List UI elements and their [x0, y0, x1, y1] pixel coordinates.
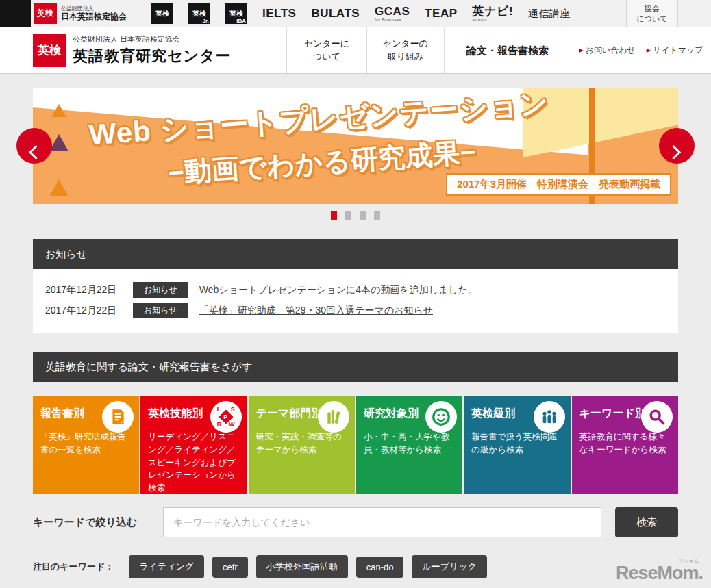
chevron-left-icon: [29, 145, 43, 159]
news-date: 2017年12月22日: [45, 284, 122, 296]
eiken-service-link[interactable]: 英検: [151, 3, 173, 24]
correspondence-course-link[interactable]: 通信講座: [528, 8, 571, 18]
category-box-subjects[interactable]: 研究対象別 小・中・高・大学や教員・教材等から検索: [356, 396, 462, 494]
news-category-badge: お知らせ: [133, 303, 188, 318]
eiken-association-home-link[interactable]: 英検 公益財団法人 日本英語検定協会: [34, 3, 127, 24]
keyword-chip[interactable]: 小学校外国語活動: [256, 555, 348, 578]
contact-link[interactable]: ▶お問い合わせ: [579, 44, 635, 56]
featured-keywords-label: 注目のキーワード：: [33, 561, 114, 573]
people-icon: [534, 401, 565, 433]
resemom-watermark: ReseMom. リセマム: [616, 563, 703, 584]
search-section-heading: 英語教育に関する論文・研究報告書をさがす: [33, 352, 678, 382]
service-logo-row: 英検 英検Jr. 英検IBA IELTS BULATS GCASfor Busi…: [151, 3, 571, 24]
keyword-chip[interactable]: ルーブリック: [412, 555, 487, 578]
eiken-logo: 英検: [33, 34, 66, 67]
nav-about-center[interactable]: センターに ついて: [286, 27, 366, 73]
decor-triangle: [49, 134, 68, 151]
center-home-link[interactable]: 英検 公益財団法人 日本英語検定協会 英語教育研究センター: [33, 27, 232, 73]
iba-badge: IBA: [236, 18, 247, 24]
jr-badge: Jr.: [202, 18, 210, 24]
site-title: 英語教育研究センター: [73, 46, 232, 66]
carousel-next-button[interactable]: [659, 128, 695, 164]
category-box-themes[interactable]: テーマ部門別 研究・実践・調査等のテーマから検索: [249, 396, 355, 494]
keyword-chip[interactable]: can-do: [356, 557, 404, 578]
eiken-jr-service-link[interactable]: 英検Jr.: [188, 3, 210, 24]
resemom-kana-label: リセマム: [679, 558, 699, 565]
ielts-logo-link[interactable]: IELTS: [262, 8, 296, 19]
news-link[interactable]: Webショートプレゼンテーションに4本の動画を追加しました。: [199, 284, 477, 296]
hero-event-badge: 2017年3月開催 特別講演会 発表動画掲載: [446, 173, 671, 196]
eiken-logo: 英検: [34, 3, 57, 24]
smiley-icon: [425, 401, 457, 433]
news-list: 2017年12月22日 お知らせ Webショートプレゼンテーションに4本の動画を…: [33, 269, 678, 333]
org-name-label: 日本英語検定協会: [61, 12, 127, 21]
decor-triangle: [51, 104, 66, 117]
keyword-chip[interactable]: ライティング: [129, 555, 204, 578]
carousel-dot-1[interactable]: [331, 211, 337, 220]
site-header: 英検 公益財団法人 日本英語検定協会 英語教育研究センター センターに ついて …: [0, 27, 711, 74]
magnifier-icon: [641, 401, 673, 433]
nav-report-search[interactable]: 論文・報告書検索: [444, 27, 571, 73]
carousel-dot-3[interactable]: [360, 211, 366, 220]
keyword-filter-label: キーワードで絞り込む: [33, 516, 163, 529]
carousel-dot-4[interactable]: [374, 211, 380, 220]
top-utility-bar: 英検 公益財団法人 日本英語検定協会 英検 英検Jr. 英検IBA IELTS …: [0, 0, 711, 27]
category-box-keywords[interactable]: キーワード別 英語教育に関する様々なキーワードから検索: [572, 396, 678, 494]
hero-banner-slide[interactable]: Web ショートプレゼンテーション −動画でわかる研究成果− 2017年3月開催…: [33, 88, 678, 204]
search-button[interactable]: 検索: [615, 507, 678, 537]
category-box-reports[interactable]: 報告書別 「英検」研究助成報告書の一覧を検索: [33, 396, 139, 494]
hero-carousel: Web ショートプレゼンテーション −動画でわかる研究成果− 2017年3月開催…: [33, 88, 678, 204]
eiken-iba-service-link[interactable]: 英検IBA: [225, 3, 247, 24]
news-date: 2017年12月22日: [45, 305, 122, 317]
category-box-grades[interactable]: 英検級別 報告書で扱う英検問題の級から検索: [464, 396, 570, 494]
category-box-skills[interactable]: 英検技能別 L S R W P リーディング／リスニング／ライティング／スピーキ…: [140, 396, 247, 494]
org-label: 公益財団法人 日本英語検定協会: [73, 34, 232, 44]
einavi-logo-link[interactable]: 英ナビ!ei-navi: [473, 5, 513, 22]
news-item: 2017年12月22日 お知らせ Webショートプレゼンテーションに4本の動画を…: [45, 282, 666, 298]
gcas-logo-link[interactable]: GCASfor Business: [375, 5, 410, 22]
about-association-link[interactable]: 協会 について: [626, 0, 678, 27]
triangle-bullet-icon: ▶: [647, 47, 651, 53]
top-bar-left-cap: [0, 0, 31, 27]
main-nav: センターに ついて センターの 取り組み 論文・報告書検索 ▶お問い合わせ ▶サ…: [286, 27, 711, 73]
keyword-filter-row: キーワードで絞り込む 検索: [33, 507, 678, 537]
news-item: 2017年12月22日 お知らせ 「英検」研究助成 第29・30回入選テーマのお…: [45, 303, 666, 318]
books-icon: [318, 401, 349, 433]
keyword-input[interactable]: [163, 507, 601, 537]
keyword-chip[interactable]: cefr: [212, 557, 248, 578]
news-section-heading: お知らせ: [33, 239, 678, 269]
search-category-grid: 報告書別 「英検」研究助成報告書の一覧を検索 英検技能別 L S R W P リ…: [33, 396, 678, 494]
carousel-prev-button[interactable]: [16, 128, 52, 164]
org-type-label: 公益財団法人: [61, 5, 127, 12]
carousel-dot-2[interactable]: [345, 211, 351, 220]
skills-lsrw-icon: L S R W P: [210, 401, 242, 433]
bulats-logo-link[interactable]: BULATS: [311, 8, 360, 19]
sitemap-link[interactable]: ▶サイトマップ: [647, 44, 703, 56]
triangle-bullet-icon: ▶: [579, 47, 583, 53]
decor-triangle: [49, 179, 68, 196]
carousel-pagination: [0, 211, 711, 220]
nav-utility-links: ▶お問い合わせ ▶サイトマップ: [571, 27, 711, 73]
chevron-right-icon: [666, 145, 681, 159]
nav-center-activities[interactable]: センターの 取り組み: [366, 27, 444, 73]
news-category-badge: お知らせ: [133, 282, 188, 298]
featured-keywords-row: 注目のキーワード： ライティング cefr 小学校外国語活動 can-do ルー…: [33, 555, 678, 578]
news-link[interactable]: 「英検」研究助成 第29・30回入選テーマのお知らせ: [199, 305, 433, 317]
teap-logo-link[interactable]: TEAP: [425, 8, 457, 19]
document-icon: [102, 401, 134, 433]
